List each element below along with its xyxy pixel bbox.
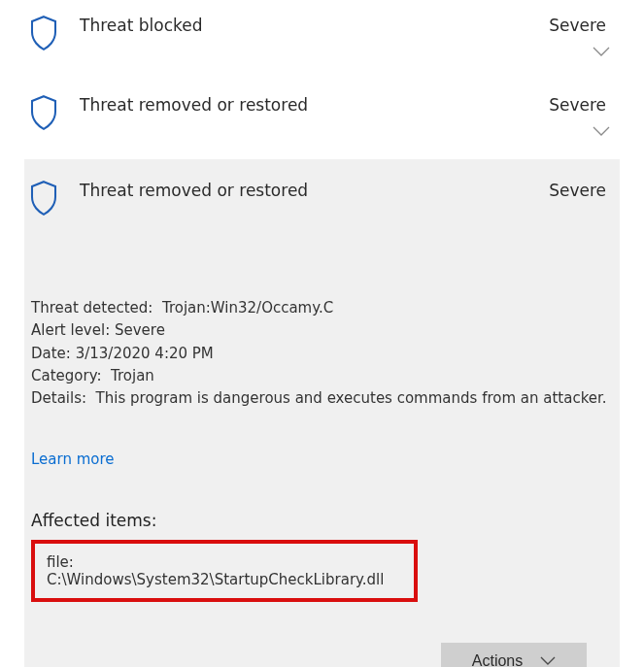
threat-title: Threat removed or restored	[80, 95, 549, 115]
details-value: This program is dangerous and executes c…	[96, 389, 607, 407]
date-label: Date:	[31, 345, 71, 362]
affected-items-heading: Affected items:	[31, 511, 608, 530]
affected-item-path: file: C:\Windows\System32\StartupCheckLi…	[47, 553, 384, 588]
chevron-down-icon[interactable]	[593, 124, 610, 142]
threat-severity: Severe	[549, 181, 608, 200]
shield-icon	[29, 16, 80, 50]
category-value: Trojan	[111, 367, 154, 384]
threat-item-blocked[interactable]: Threat blocked Severe	[24, 0, 620, 80]
shield-icon	[29, 95, 80, 130]
shield-icon	[29, 181, 80, 219]
threat-title: Threat removed or restored	[80, 181, 549, 200]
affected-item-highlight: file: C:\Windows\System32\StartupCheckLi…	[31, 540, 418, 602]
threat-item-expanded: Threat removed or restored Severe Threat…	[24, 159, 620, 667]
category-label: Category:	[31, 367, 101, 384]
alert-level-value: Severe	[115, 321, 165, 339]
threat-severity: Severe	[549, 16, 608, 35]
actions-button[interactable]: Actions	[441, 643, 587, 667]
alert-level-label: Alert level:	[31, 321, 110, 339]
threat-details: Threat detected: Trojan:Win32/Occamy.C A…	[31, 297, 608, 410]
date-value: 3/13/2020 4:20 PM	[76, 345, 214, 362]
threat-severity: Severe	[549, 95, 608, 115]
chevron-down-icon[interactable]	[593, 45, 610, 62]
detected-value: Trojan:Win32/Occamy.C	[162, 299, 333, 317]
threat-title: Threat blocked	[80, 16, 549, 35]
details-label: Details:	[31, 389, 86, 407]
chevron-down-icon	[540, 656, 556, 666]
actions-button-label: Actions	[472, 652, 523, 667]
learn-more-link[interactable]: Learn more	[31, 450, 115, 468]
threat-item-removed[interactable]: Threat removed or restored Severe	[24, 80, 620, 159]
detected-label: Threat detected:	[31, 299, 153, 317]
